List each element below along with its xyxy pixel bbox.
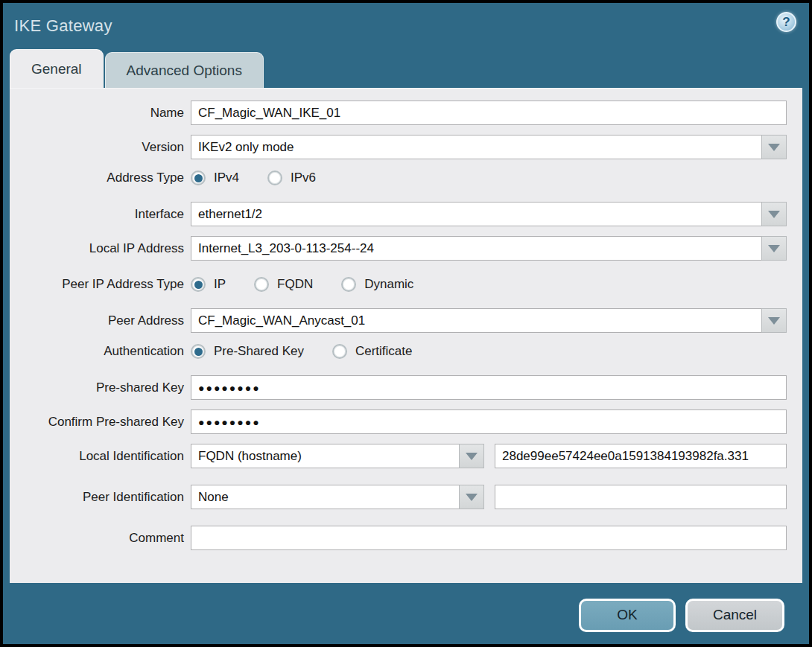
authentication-row: Authentication Pre-Shared Key Certificat…: [10, 344, 802, 359]
chevron-down-icon: [466, 453, 478, 460]
dialog-title: IKE Gateway: [14, 16, 112, 36]
radio-pre-shared-key[interactable]: Pre-Shared Key: [191, 344, 304, 359]
address-type-row: Address Type IPv4 IPv6: [10, 170, 802, 185]
radio-fqdn-circle: [254, 277, 269, 292]
radio-dynamic-label: Dynamic: [364, 277, 413, 292]
ike-gateway-dialog: IKE Gateway ? General Advanced Options N…: [0, 0, 812, 647]
interface-dropdown-button[interactable]: [761, 202, 787, 226]
peer-ip-address-type-label: Peer IP Address Type: [10, 277, 191, 292]
peer-address-row: Peer Address: [10, 308, 802, 333]
radio-certificate-circle: [332, 344, 347, 359]
radio-pre-shared-key-label: Pre-Shared Key: [214, 344, 304, 359]
radio-fqdn-label: FQDN: [277, 277, 313, 292]
local-ip-address-row: Local IP Address: [10, 236, 802, 261]
radio-ipv4-label: IPv4: [214, 170, 239, 185]
pre-shared-key-label: Pre-shared Key: [10, 380, 191, 395]
radio-ipv6[interactable]: IPv6: [267, 170, 316, 185]
local-ip-address-input[interactable]: [191, 236, 761, 261]
peer-identification-row: Peer Identification: [10, 485, 802, 509]
local-identification-row: Local Identification: [10, 444, 802, 468]
radio-dynamic-circle: [341, 277, 356, 292]
chevron-down-icon: [768, 245, 780, 252]
tab-advanced-options[interactable]: Advanced Options: [105, 52, 264, 88]
chevron-down-icon: [466, 494, 478, 501]
comment-row: Comment: [10, 526, 802, 550]
name-label: Name: [10, 106, 191, 121]
comment-input[interactable]: [191, 526, 787, 550]
radio-ip-circle: [191, 277, 206, 292]
radio-ipv6-circle: [267, 170, 282, 185]
version-label: Version: [10, 140, 191, 155]
interface-row: Interface: [10, 202, 802, 226]
interface-label: Interface: [10, 207, 191, 222]
chevron-down-icon: [768, 317, 780, 325]
radio-certificate-label: Certificate: [355, 344, 413, 359]
radio-ip[interactable]: IP: [191, 277, 226, 292]
radio-ipv6-label: IPv6: [291, 170, 316, 185]
question-mark-icon: ?: [782, 16, 790, 28]
chevron-down-icon: [768, 144, 780, 151]
peer-identification-dropdown-button[interactable]: [459, 485, 484, 509]
radio-dynamic[interactable]: Dynamic: [341, 277, 413, 292]
version-input[interactable]: [191, 135, 761, 159]
pre-shared-key-input[interactable]: [191, 375, 787, 400]
interface-input[interactable]: [191, 202, 761, 226]
peer-address-dropdown-button[interactable]: [761, 308, 787, 333]
radio-ipv4-circle: [191, 170, 206, 185]
chevron-down-icon: [768, 211, 780, 218]
peer-ip-address-type-row: Peer IP Address Type IP FQDN Dynamic: [10, 277, 802, 292]
version-dropdown-button[interactable]: [761, 135, 787, 159]
name-input[interactable]: [191, 101, 787, 125]
dialog-footer: OK Cancel: [3, 583, 809, 647]
peer-identification-label: Peer Identification: [10, 490, 191, 505]
peer-address-label: Peer Address: [10, 313, 191, 328]
radio-ip-label: IP: [214, 277, 226, 292]
confirm-pre-shared-key-input[interactable]: [191, 409, 787, 434]
confirm-pre-shared-key-row: Confirm Pre-shared Key: [10, 409, 802, 434]
radio-pre-shared-key-circle: [191, 344, 206, 359]
pre-shared-key-row: Pre-shared Key: [10, 375, 802, 400]
tab-general[interactable]: General: [10, 49, 104, 88]
dialog-titlebar: IKE Gateway ?: [3, 3, 809, 49]
ok-button[interactable]: OK: [579, 599, 676, 632]
name-row: Name: [10, 101, 802, 125]
tab-bar: General Advanced Options: [10, 49, 809, 88]
local-identification-label: Local Identification: [10, 449, 191, 464]
confirm-pre-shared-key-label: Confirm Pre-shared Key: [10, 415, 191, 430]
local-identification-dropdown-button[interactable]: [459, 444, 484, 468]
address-type-label: Address Type: [10, 170, 191, 185]
local-ip-address-dropdown-button[interactable]: [761, 236, 787, 261]
peer-identification-value-input[interactable]: [495, 485, 787, 509]
authentication-label: Authentication: [10, 344, 191, 359]
peer-address-input[interactable]: [191, 308, 761, 333]
tab-advanced-options-label: Advanced Options: [127, 63, 242, 79]
comment-label: Comment: [10, 531, 191, 546]
version-row: Version: [10, 135, 802, 159]
peer-identification-type-input[interactable]: [191, 485, 459, 509]
help-button[interactable]: ?: [776, 12, 796, 32]
cancel-button[interactable]: Cancel: [685, 599, 784, 632]
tab-general-label: General: [31, 61, 82, 77]
local-identification-type-input[interactable]: [191, 444, 459, 468]
local-ip-address-label: Local IP Address: [10, 241, 191, 256]
radio-certificate[interactable]: Certificate: [332, 344, 413, 359]
radio-ipv4[interactable]: IPv4: [191, 170, 239, 185]
radio-fqdn[interactable]: FQDN: [254, 277, 313, 292]
local-identification-value-input[interactable]: [495, 444, 787, 468]
general-tab-panel: Name Version Address Type: [10, 88, 802, 583]
